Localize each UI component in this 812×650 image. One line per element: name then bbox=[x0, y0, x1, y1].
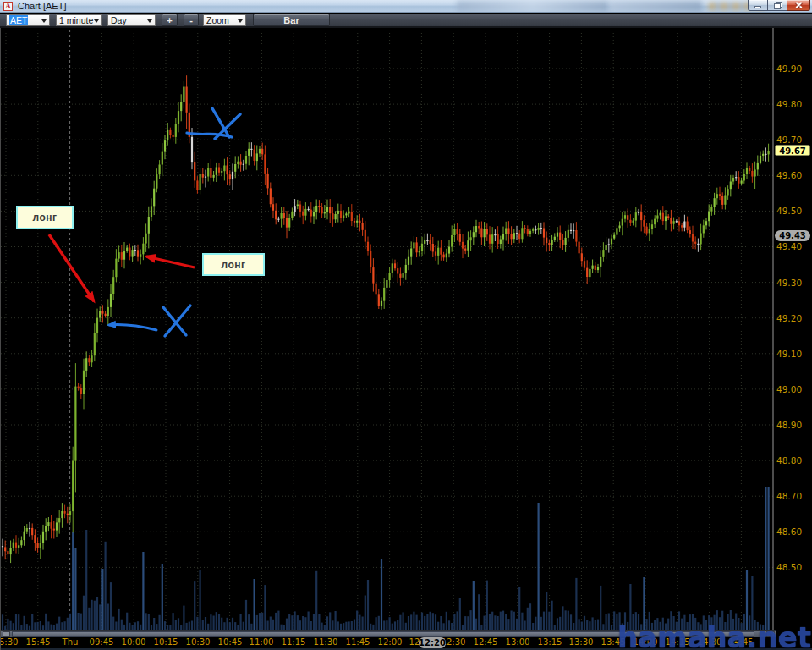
price-axis-label: 49.10 bbox=[776, 349, 802, 359]
window-controls bbox=[748, 0, 810, 11]
price-axis-label: 48.80 bbox=[776, 455, 802, 465]
time-axis-label: 12:00 bbox=[378, 637, 403, 647]
time-axis-label: 11:45 bbox=[346, 637, 370, 647]
time-axis-label: 11:30 bbox=[314, 637, 338, 647]
chart-area: 48.5048.6048.7048.8048.9049.0049.1049.20… bbox=[0, 28, 812, 650]
titlebar-glass-reflection bbox=[609, 1, 702, 12]
toolbar: AET 1 minute Day + - Zoom Bar bbox=[0, 14, 812, 28]
close-icon bbox=[795, 2, 803, 9]
time-axis-label: 10:30 bbox=[186, 637, 211, 647]
time-axis-label: 15:30 bbox=[1, 637, 18, 647]
interval-combo-value: 1 minute bbox=[59, 15, 93, 25]
price-axis-label: 49.70 bbox=[776, 135, 802, 145]
chevron-down-icon bbox=[147, 19, 152, 23]
time-axis-label: 10:00 bbox=[122, 637, 146, 647]
time-axis-label: 13:30 bbox=[569, 637, 594, 647]
price-axis-label: 49.20 bbox=[776, 313, 802, 323]
zoom-mode-combo[interactable]: Zoom bbox=[203, 14, 246, 26]
symbol-combo-value: AET bbox=[9, 15, 28, 25]
time-axis-label: 09:45 bbox=[90, 637, 114, 647]
titlebar-glass-reflection bbox=[457, 1, 609, 12]
long-annotation-2: лонг bbox=[202, 253, 265, 276]
time-axis-label: 15:45 bbox=[26, 637, 51, 647]
cursor-time-tag: 12:20 bbox=[419, 637, 446, 648]
time-axis-label: 13:00 bbox=[506, 637, 530, 647]
chart-canvas[interactable] bbox=[1, 28, 812, 650]
window-title: Chart [AET] bbox=[18, 1, 66, 11]
minimize-button[interactable] bbox=[748, 0, 768, 11]
minimize-icon bbox=[754, 6, 761, 8]
price-axis-label: 49.90 bbox=[776, 63, 802, 74]
zoom-out-button[interactable]: - bbox=[184, 14, 199, 26]
restore-icon bbox=[774, 2, 782, 8]
price-axis-label: 48.70 bbox=[776, 491, 802, 501]
price-axis[interactable]: 48.5048.6048.7048.8048.9049.0049.1049.20… bbox=[776, 28, 812, 631]
titlebar[interactable]: A Chart [AET] bbox=[0, 0, 812, 13]
chevron-down-icon bbox=[41, 19, 47, 23]
scrollbar-left-button[interactable] bbox=[3, 631, 10, 637]
price-axis-label: 48.90 bbox=[776, 420, 802, 430]
time-axis-label: 12:45 bbox=[474, 637, 498, 647]
time-axis-label: 10:45 bbox=[218, 637, 243, 647]
range-combo[interactable]: Day bbox=[107, 14, 156, 26]
cursor-price-tag: 49.43 bbox=[775, 230, 810, 241]
zoom-combo-value: Zoom bbox=[206, 15, 229, 25]
watermark: hamaha.net bbox=[617, 620, 811, 650]
last-price-tag: 49.67 bbox=[775, 145, 810, 156]
close-button[interactable] bbox=[787, 0, 810, 11]
price-axis-label: 48.50 bbox=[776, 562, 802, 572]
time-axis-label: 10:15 bbox=[154, 637, 178, 647]
chart-window: A Chart [AET] AET 1 minute Day + - Zoom … bbox=[0, 0, 812, 650]
long-annotation-1: лонг bbox=[16, 206, 74, 229]
price-axis-label: 49.40 bbox=[776, 241, 802, 251]
price-axis-label: 49.00 bbox=[776, 384, 802, 394]
price-axis-label: 49.60 bbox=[776, 170, 802, 180]
chevron-down-icon bbox=[238, 19, 243, 23]
time-axis-label: Thu bbox=[63, 637, 79, 647]
symbol-combo[interactable]: AET bbox=[6, 14, 50, 26]
price-axis-label: 49.80 bbox=[776, 99, 802, 109]
time-axis-label: 11:15 bbox=[282, 637, 306, 647]
chevron-down-icon bbox=[94, 19, 99, 23]
price-axis-label: 49.30 bbox=[776, 278, 802, 288]
time-axis-label: 13:15 bbox=[538, 637, 562, 647]
chart-type-button[interactable]: Bar bbox=[253, 14, 330, 26]
interval-combo[interactable]: 1 minute bbox=[56, 14, 102, 26]
range-combo-value: Day bbox=[111, 15, 127, 25]
price-axis-label: 48.60 bbox=[776, 526, 802, 537]
zoom-in-button[interactable]: + bbox=[162, 14, 178, 26]
restore-button[interactable] bbox=[768, 0, 787, 11]
price-axis-label: 49.50 bbox=[776, 206, 802, 216]
app-icon: A bbox=[3, 2, 13, 11]
time-axis-label: 11:00 bbox=[250, 637, 274, 647]
